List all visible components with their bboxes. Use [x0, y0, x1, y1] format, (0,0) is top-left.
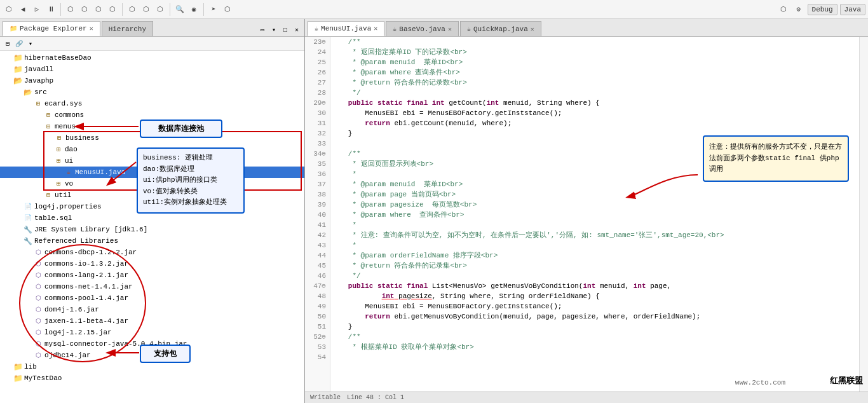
- tree-item-jar-lang[interactable]: ⬡ commons-lang-2.1.jar: [0, 270, 304, 281]
- editor-tab-basevo[interactable]: ☕ BaseVo.java ✕: [386, 21, 459, 36]
- toolbar-btn-9[interactable]: ⬡: [126, 3, 139, 16]
- debug-label[interactable]: Debug: [808, 4, 837, 15]
- toolbar-btn-15[interactable]: ⬡: [221, 3, 234, 16]
- pkg-icon: ⊞: [33, 99, 43, 109]
- linenum-38: 38: [305, 189, 330, 200]
- tree-item-src[interactable]: 📂 src: [0, 86, 304, 98]
- editor-scrollbar[interactable]: [859, 37, 868, 392]
- tree-label: javadll: [24, 65, 53, 73]
- code-line-49: MenusEBI ebi = MenusEBOFactory.getInstst…: [336, 301, 854, 311]
- tree-item-jar-pool[interactable]: ⬡ commons-pool-1.4.jar: [0, 292, 304, 304]
- toolbar-btn-13[interactable]: ◉: [187, 3, 200, 16]
- tree-item-jar-log4j[interactable]: ⬡ log4j-1.2.15.jar: [0, 327, 304, 338]
- code-line-24: * 返回指定菜单ID 下的记录数<br>: [336, 47, 854, 57]
- status-bar: Writable Line 48 : Col 1: [305, 392, 868, 403]
- tree-item-javaphp[interactable]: 📂 Javaphp: [0, 75, 304, 86]
- editor-tab-menusui[interactable]: ☕ MenusUI.java ✕: [308, 21, 384, 36]
- toolbar-btn-5[interactable]: ⬡: [64, 3, 77, 16]
- toolbar-btn-3[interactable]: ▷: [31, 3, 43, 16]
- toolbar-btn-14[interactable]: ➤: [207, 3, 220, 16]
- tree-item-hibernateBaseDao[interactable]: 📁 hibernateBaseDao: [0, 52, 304, 64]
- code-line-40: * @param where 查询条件<br>: [336, 210, 854, 220]
- tree-label: dao: [65, 146, 78, 153]
- toolbar-layout-btn[interactable]: ⬡: [777, 3, 790, 16]
- src-icon: 📂: [23, 87, 33, 97]
- linenum-30: 30: [305, 108, 330, 118]
- tree-item-jar-io[interactable]: ⬡ commons-io-1.3.2.jar: [0, 258, 304, 270]
- linenum-46: 46: [305, 271, 330, 281]
- exp-link-btn[interactable]: 🔗: [14, 39, 24, 49]
- code-line-39: * @param pagesize 每页笔数<br>: [336, 200, 854, 210]
- toolbar-debug-btn[interactable]: ⚙: [792, 3, 805, 16]
- tree-item-jre[interactable]: 🔧 JRE System Library [jdk1.6]: [0, 224, 304, 235]
- linenum-50: 50: [305, 311, 330, 322]
- tree-label: MenusUI.java: [75, 168, 125, 176]
- exp-menu-btn[interactable]: ▾: [25, 39, 36, 49]
- tree-item-mytestdao[interactable]: 📁 MyTestDao: [0, 372, 304, 384]
- java-label[interactable]: Java: [840, 4, 865, 15]
- exp-collapse-btn[interactable]: ⊟: [3, 39, 13, 49]
- note-callout-text: 注意：提供所有的服务方式不变，只是在方法前面多两个参数static final …: [709, 143, 842, 173]
- reflibs-icon: 🔧: [23, 236, 33, 246]
- editor-wrapper: 23⊖ 24 25 26 27 28 29⊖ 30 31 32 33 34⊖ 3…: [305, 37, 868, 392]
- note-callout: 注意：提供所有的服务方式不变，只是在方法前面多两个参数static final …: [703, 135, 849, 182]
- folder-icon: 📁: [13, 373, 23, 383]
- tree-item-jar-dom4j[interactable]: ⬡ dom4j-1.6.jar: [0, 304, 304, 315]
- tab-package-explorer-close[interactable]: ✕: [90, 25, 93, 32]
- toolbar-btn-12[interactable]: 🔍: [173, 3, 186, 16]
- linenum-52: 52⊖: [305, 332, 330, 342]
- tree-item-reflibs[interactable]: 🔧 Referenced Libraries: [0, 235, 304, 247]
- tree-item-jar-jaxen[interactable]: ⬡ jaxen-1.1-beta-4.jar: [0, 315, 304, 327]
- tree-label: JRE System Library [jdk1.6]: [34, 226, 147, 233]
- linenum-29: 29⊖: [305, 98, 330, 108]
- pkg-icon: ⊞: [53, 179, 64, 189]
- toolbar-btn-11[interactable]: ⬡: [154, 3, 166, 16]
- tree-label: commons-pool-1.4.jar: [44, 294, 128, 302]
- toolbar-btn-4[interactable]: ⏸: [44, 3, 57, 16]
- editor-tab-menusui-close[interactable]: ✕: [374, 25, 377, 32]
- linenum-34: 34⊖: [305, 149, 330, 159]
- toolbar-btn-1[interactable]: ⬡: [3, 3, 15, 16]
- tree-item-ecard-sys[interactable]: ⊞ ecard.sys: [0, 98, 304, 109]
- linenum-33: 33: [305, 139, 330, 149]
- panel-menu-btn[interactable]: ▾: [269, 25, 279, 35]
- editor-area[interactable]: 23⊖ 24 25 26 27 28 29⊖ 30 31 32 33 34⊖ 3…: [305, 37, 868, 392]
- panel-maximize-btn[interactable]: □: [280, 25, 290, 35]
- cursor-pos: Line 48 : Col 1: [347, 394, 404, 401]
- code-line-44: * @param orderFieldName 排序字段<br>: [336, 250, 854, 261]
- tree-label: commons-dbcp-1.2.2.jar: [44, 249, 137, 256]
- tab-package-explorer[interactable]: 📁 Package Explorer ✕: [3, 21, 100, 36]
- tree-label: commons-net-1.4.1.jar: [44, 283, 133, 290]
- tree-item-jar-dbcp[interactable]: ⬡ commons-dbcp-1.2.2.jar: [0, 247, 304, 258]
- panel-minimize-btn[interactable]: ▭: [257, 25, 268, 35]
- callout-support: 支持包: [140, 345, 191, 363]
- tree-label: log4j.properties: [34, 203, 102, 210]
- tree-item-javadll[interactable]: 📁 javadll: [0, 64, 304, 75]
- tab-package-explorer-label: Package Explorer: [20, 25, 87, 32]
- tree-label: business: [65, 134, 99, 142]
- java-icon: ☕: [64, 167, 74, 177]
- toolbar-btn-8[interactable]: ⬡: [106, 3, 119, 16]
- editor-tab-basevo-close[interactable]: ✕: [448, 25, 452, 33]
- editor-tab-quickmap[interactable]: ☕ QuickMap.java ✕: [460, 21, 541, 36]
- toolbar-btn-7[interactable]: ⬡: [92, 3, 105, 16]
- toolbar-btn-6[interactable]: ⬡: [78, 3, 91, 16]
- linenum-42: 42: [305, 230, 330, 240]
- panel-close-btn[interactable]: ✕: [292, 25, 302, 35]
- code-line-50: return ebi.getMenusVoByCondition(menuid,…: [336, 311, 854, 322]
- jar-icon: ⬡: [33, 247, 43, 257]
- callout-support-text: 支持包: [154, 350, 177, 359]
- pkg-icon: ⊞: [43, 121, 53, 132]
- editor-tab-quickmap-close[interactable]: ✕: [531, 25, 534, 33]
- tree-item-jar-net[interactable]: ⬡ commons-net-1.4.1.jar: [0, 281, 304, 292]
- linenum-54: 54: [305, 352, 330, 362]
- tree-label: Javaphp: [24, 77, 53, 85]
- toolbar-btn-10[interactable]: ⬡: [140, 3, 153, 16]
- tree-item-table-sql[interactable]: 📄 table.sql: [0, 212, 304, 224]
- toolbar-btn-2[interactable]: ◀: [17, 3, 29, 16]
- code-line-27: * @return 符合条件的记录数<br>: [336, 78, 854, 88]
- jar-icon: ⬡: [33, 316, 43, 326]
- tab-hierarchy[interactable]: Hierarchy: [102, 21, 153, 36]
- linenum-41: 41: [305, 220, 330, 230]
- code-content[interactable]: /** * 返回指定菜单ID 下的记录数<br> * @param menuid…: [330, 37, 859, 392]
